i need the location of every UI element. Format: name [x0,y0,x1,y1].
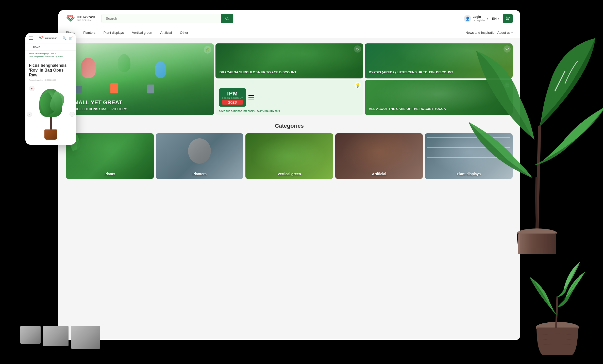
mobile-product-title: Ficus benghalensis 'Roy' in Baq Opus Raw [25,60,76,79]
palm-tag-icon[interactable] [504,45,511,53]
cart-button[interactable] [503,14,513,23]
back-arrow-icon: ← [29,45,31,48]
categories-section: Categories Plants Planters [66,123,513,179]
yucca-icon: 🔄 [504,82,511,89]
categories-grid: Plants Planters Vertical green Artificia… [66,133,513,179]
mobile-cart-icon[interactable]: 🛒 [69,36,73,40]
mobile-logo: NIEUWKOOP [38,36,57,41]
search-button[interactable] [221,14,233,23]
hero-palm-card[interactable]: DYPSIS (ARECA) LUTESCENS UP TO 19% DISCO… [365,43,513,78]
header: NIEUWKOOP EUROPE B.V. 👤 Login or registe… [58,10,520,27]
cement-pot-large [71,326,100,349]
breadcrumb-home[interactable]: Home [29,52,34,55]
mobile-favorite-button[interactable]: ♥ [29,86,35,91]
register-label: or register [473,19,485,22]
ipm-title: IPM [222,90,243,97]
back-label: BACK [33,45,40,48]
logo-text: NIEUWKOOP [77,16,95,19]
categories-title: Categories [66,123,513,129]
header-right: 👤 Login or register ▾ EN ▾ [464,14,513,23]
svg-point-9 [536,322,579,333]
mobile-plant-area: ♥ ‹ › [25,84,76,145]
yucca-title: ALL ABOUT THE CARE OF THE ROBUST YUCCA [369,107,509,111]
lang-chevron-icon: ▾ [498,17,499,20]
mobile-back-button[interactable]: ← BACK [25,43,76,51]
ipm-save-date: SAVE THE DATE FOR IPM ESSEN: 24-27 JANUA… [219,110,280,113]
hero-main-card[interactable]: 🌿 SMALL YET GREAT 10 COLLECTIONS SMALL P… [66,43,214,115]
category-vertical-label: Vertical green [245,172,333,176]
palm-title: DYPSIS (ARECA) LUTESCENS UP TO 19% DISCO… [369,70,509,74]
nav-planters[interactable]: Planters [83,27,95,38]
cement-pot-small [20,326,41,344]
logo[interactable]: NIEUWKOOP EUROPE B.V. [66,14,96,23]
product-next-button[interactable]: › [70,112,75,117]
language-label: EN [492,17,497,21]
dracaena-overlay: DRACAENA SURCULOSA UP TO 24% DISCOUNT [215,66,363,78]
svg-point-3 [40,36,40,37]
svg-point-2 [71,15,73,17]
login-text: Login or register [473,15,485,22]
cement-pot-medium [43,326,69,346]
logo-subtext: EUROPE B.V. [77,19,95,21]
nav-news[interactable]: News and Inspiration [465,27,496,38]
hero-dracaena-card[interactable]: DRACAENA SURCULOSA UP TO 24% DISCOUNT [215,43,363,78]
category-planters[interactable]: Planters [156,133,244,179]
svg-point-6 [517,228,557,239]
language-selector[interactable]: EN ▾ [492,17,499,21]
mobile-logo-text: NIEUWKOOP [45,37,57,39]
login-chevron-icon: ▾ [487,17,488,20]
svg-point-4 [41,36,41,37]
ipm-bulb-icon: 💡 [355,82,361,89]
product-prev-button[interactable]: ‹ [27,112,32,117]
search-input[interactable] [102,14,221,23]
mobile-breadcrumb: Home › Plant Displays › Baq › Ficus Beng… [25,51,76,60]
breadcrumb-baq[interactable]: Baq [51,52,54,55]
browser-window: NIEUWKOOP EUROPE B.V. 👤 Login or registe… [58,10,520,340]
breadcrumb-plant-displays[interactable]: Plant Displays [36,52,49,55]
category-plants-label: Plants [66,172,154,176]
login-label: Login [473,15,485,19]
dracaena-title: DRACAENA SURCULOSA UP TO 24% DISCOUNT [220,70,359,74]
mobile-icons: 🔍 🛒 [62,36,73,40]
nav-about[interactable]: About us ▾ [497,27,513,38]
nav-vertical-green[interactable]: Vertical green [132,27,152,38]
hero-main-subtitle: 10 COLLECTIONS SMALL POTTERY [70,107,210,111]
hero-ipm-card[interactable]: IPM ESSEN GERMANY 2023 💡 SAVE THE DA [215,80,363,115]
cement-pots-decoration [20,326,100,349]
main-content: 🌿 SMALL YET GREAT 10 COLLECTIONS SMALL P… [58,38,520,339]
category-artificial[interactable]: Artificial [335,133,423,179]
svg-rect-8 [518,234,556,254]
category-displays-label: Plant displays [425,172,513,176]
nav-other[interactable]: Other [180,27,188,38]
search-bar [102,14,233,23]
mobile-search-icon[interactable]: 🔍 [62,36,66,40]
hero-grid: 🌿 SMALL YET GREAT 10 COLLECTIONS SMALL P… [66,43,513,115]
mobile-hamburger-button[interactable] [29,37,33,40]
svg-point-5 [42,36,43,37]
product-number: Product number : CC0026490 [25,79,76,84]
yucca-overlay: ALL ABOUT THE CARE OF THE ROBUST YUCCA [365,103,513,115]
ipm-year: 2023 [222,100,243,105]
hero-main-overlay: SMALL YET GREAT 10 COLLECTIONS SMALL POT… [66,95,214,115]
nav-artificial[interactable]: Artificial [160,27,172,38]
breadcrumb-product: Ficus Benghalensis 'Roy' in Baq Opus Raw [29,56,63,58]
product-image [36,89,66,140]
hero-yucca-card[interactable]: 🔄 ALL ABOUT THE CARE OF THE ROBUST YUCCA [365,80,513,115]
nav-plant-displays[interactable]: Plant displays [104,27,124,38]
hero-main-title: SMALL YET GREAT [70,100,210,106]
category-plant-displays[interactable]: Plant displays [425,133,513,179]
svg-point-0 [67,15,69,17]
svg-rect-7 [518,234,556,254]
about-chevron-icon: ▾ [511,31,513,34]
category-artificial-label: Artificial [335,172,423,176]
mobile-panel: NIEUWKOOP 🔍 🛒 ← BACK Home › Plant Displa… [25,33,76,145]
category-vertical-green[interactable]: Vertical green [245,133,333,179]
svg-point-1 [69,15,71,17]
right-vase-decoration [524,256,590,364]
login-area[interactable]: 👤 Login or register ▾ [464,15,488,22]
mobile-header: NIEUWKOOP 🔍 🛒 [25,33,76,43]
category-plants[interactable]: Plants [66,133,154,179]
user-icon: 👤 [464,15,471,22]
ipm-sub: ESSEN GERMANY [222,97,243,99]
navigation: Plants Planters Plant displays Vertical … [58,27,520,38]
